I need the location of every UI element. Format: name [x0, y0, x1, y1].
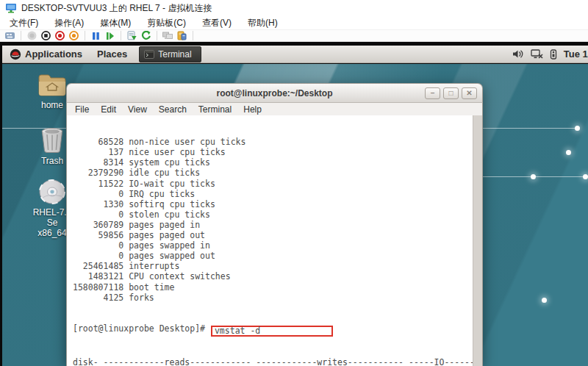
terminal-output-line: 1580807118 boot time — [73, 282, 472, 293]
places-menu[interactable]: Places — [90, 46, 135, 62]
vm-menubar: 文件(F) 操作(A) 媒体(M) 剪贴板(C) 查看(V) 帮助(H) — [0, 16, 588, 29]
terminal-menu-file[interactable]: File — [75, 104, 89, 115]
wallpaper-dot — [566, 150, 571, 155]
vm-menu-view[interactable]: 查看(V) — [194, 17, 240, 29]
revert-icon[interactable] — [140, 30, 152, 41]
places-label: Places — [97, 49, 127, 60]
terminal-window-controls: – □ ✕ — [425, 87, 477, 99]
terminal-icon — [144, 50, 154, 59]
vm-menu-media[interactable]: 媒体(M) — [92, 17, 139, 29]
terminal-menu-view[interactable]: View — [128, 104, 147, 115]
home-folder-icon — [37, 73, 67, 98]
settings-icon[interactable] — [176, 30, 188, 41]
wallpaper-dot — [583, 174, 588, 179]
start-icon[interactable] — [26, 30, 38, 41]
terminal-output-line: 59856 pages paged out — [73, 230, 472, 240]
terminal-scrollbar[interactable] — [473, 115, 482, 366]
network-monitor-icon — [162, 30, 174, 41]
terminal-body[interactable]: 68528 non-nice user cpu ticks 137 nice u… — [66, 115, 483, 366]
shutdown-icon[interactable] — [54, 30, 66, 41]
highlighted-command: vmstat -d — [211, 326, 333, 337]
network-status-icon[interactable] — [531, 49, 543, 59]
disk-table-header1: disk- ------------reads------------ ----… — [73, 357, 472, 366]
maximize-button[interactable]: □ — [443, 87, 459, 99]
shell-prompt: [root@linuxprobe Desktop]# — [73, 323, 210, 334]
vm-display-area: Applications Places Terminal — [0, 42, 588, 366]
terminal-output-line: 4125 forks — [73, 293, 472, 303]
terminal-menu-edit[interactable]: Edit — [101, 104, 116, 115]
vmstat-s-output: 68528 non-nice user cpu ticks 137 nice u… — [73, 137, 472, 303]
terminal-output-line: 11522 IO-wait cpu ticks — [73, 179, 472, 189]
applications-label: Applications — [25, 49, 82, 60]
terminal-titlebar[interactable]: root@linuxprobe:~/Desktop – □ ✕ — [66, 83, 483, 103]
vm-menu-help[interactable]: 帮助(H) — [240, 17, 286, 29]
terminal-output-line: 360789 pages paged in — [73, 220, 472, 230]
checkpoint-icon[interactable] — [126, 30, 138, 41]
terminal-output-line: 8314 system cpu ticks — [73, 157, 472, 168]
taskbar-terminal-button[interactable]: Terminal — [139, 46, 201, 62]
toolbar-separator — [121, 31, 121, 40]
terminal-title: root@linuxprobe:~/Desktop — [67, 88, 482, 98]
pause-icon[interactable] — [90, 30, 102, 41]
terminal-output-line: 2379290 idle cpu ticks — [73, 168, 472, 178]
wallpaper-dot — [542, 298, 547, 303]
vm-menu-clipboard[interactable]: 剪贴板(C) — [139, 17, 194, 29]
terminal-output-line: 0 IRQ cpu ticks — [73, 189, 472, 199]
applications-menu[interactable]: Applications — [2, 46, 90, 62]
turn-off-icon[interactable] — [40, 30, 52, 41]
desktop: home Trash RHEL-7.0 Se x86_64 — [2, 64, 588, 366]
dvd-disc-icon — [38, 179, 66, 205]
terminal-output-line: 0 stolen cpu ticks — [73, 209, 472, 220]
toolbar-separator — [21, 31, 21, 40]
terminal-output-line: 1330 softirq cpu ticks — [73, 199, 472, 209]
terminal-output-line: 25461485 interrupts — [73, 261, 472, 271]
terminal-output-line: 137 nice user cpu ticks — [73, 147, 472, 157]
terminal-menubar: File Edit View Search Terminal Help — [66, 103, 483, 115]
save-icon[interactable] — [68, 30, 80, 41]
terminal-menu-search[interactable]: Search — [159, 104, 187, 115]
resume-icon[interactable] — [104, 30, 116, 41]
minimize-button[interactable]: – — [425, 87, 440, 99]
hyperv-window-icon — [5, 3, 17, 13]
close-button[interactable]: ✕ — [462, 87, 477, 99]
terminal-output-line: 68528 non-nice user cpu ticks — [73, 137, 472, 147]
wallpaper-dot — [531, 174, 536, 179]
vm-window-title: DESKTOP-SVTVUU3 上的 RHEL 7 - 虚拟机连接 — [21, 2, 212, 15]
vm-toolbar — [0, 29, 588, 42]
redhat-icon — [10, 49, 21, 60]
volume-icon[interactable] — [512, 49, 524, 59]
wallpaper-dot — [575, 126, 580, 131]
terminal-menu-help[interactable]: Help — [243, 104, 262, 115]
gnome-panel: Applications Places Terminal — [2, 46, 588, 63]
vm-window-titlebar: DESKTOP-SVTVUU3 上的 RHEL 7 - 虚拟机连接 — [0, 0, 588, 16]
terminal-output-line: 1483121 CPU context switches — [73, 271, 472, 281]
terminal-output-line: 0 pages swapped in — [73, 240, 472, 251]
command-line: [root@linuxprobe Desktop]# vmstat -d — [73, 323, 472, 337]
panel-status-area: Tue 18 — [512, 49, 588, 60]
taskbar-terminal-label: Terminal — [158, 49, 191, 60]
accessibility-icon[interactable] — [550, 49, 557, 60]
toolbar-separator — [85, 31, 85, 40]
panel-clock[interactable]: Tue 18 — [564, 49, 588, 60]
vm-menu-action[interactable]: 操作(A) — [46, 17, 92, 29]
terminal-window: root@linuxprobe:~/Desktop – □ ✕ File Edi… — [66, 83, 483, 366]
terminal-output-line: 0 pages swapped out — [73, 251, 472, 261]
terminal-menu-terminal[interactable]: Terminal — [198, 104, 232, 115]
vm-menu-file[interactable]: 文件(F) — [1, 17, 46, 29]
ctrl-alt-del-icon[interactable] — [4, 30, 16, 41]
toolbar-separator — [193, 31, 193, 40]
toolbar-separator — [157, 31, 157, 40]
terminal-text: 68528 non-nice user cpu ticks 137 nice u… — [73, 116, 472, 366]
trash-icon — [40, 127, 65, 154]
